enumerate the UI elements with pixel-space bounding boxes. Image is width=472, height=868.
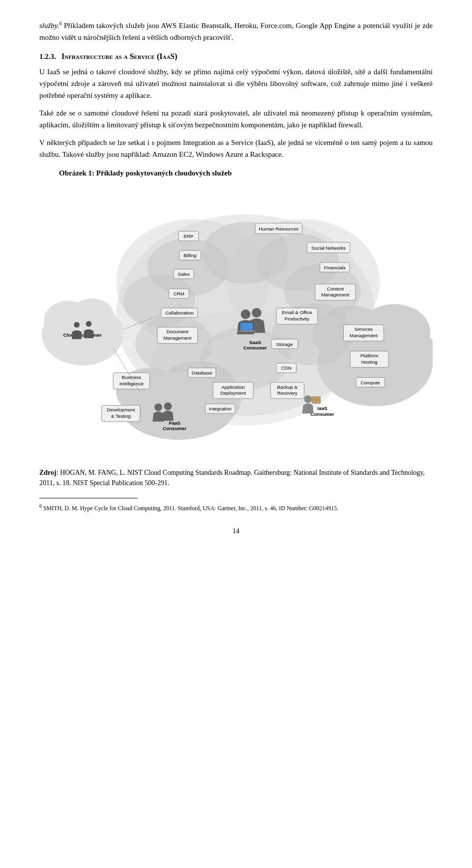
section-title: Infrastructure as a Service (IaaS) [61, 52, 177, 60]
page-number: 14 [39, 527, 433, 535]
cloud-consumer-label: Cloud Consumer [63, 332, 102, 338]
financials-label: Financials [324, 265, 346, 270]
backup-label2: Recovery [277, 390, 297, 396]
social-networks-label: Social Networks [311, 245, 346, 251]
section-number: 1.2.3. [39, 53, 56, 60]
figure-caption: Obrázek 1: Příklady poskytovaných cloudo… [59, 169, 433, 177]
source-block: Zdroj: HOGAN, M. FANG, L. NIST Cloud Com… [39, 467, 433, 488]
svg-point-25 [123, 274, 195, 327]
cdn-label: CDN [281, 365, 292, 371]
svg-rect-28 [240, 322, 253, 331]
erp-label: ERP [183, 233, 193, 239]
paas-consumer-label: PaaS [169, 420, 180, 426]
iaas-consumer-label2: Consumer [311, 411, 334, 417]
paas-consumer-label2: Consumer [163, 426, 186, 431]
svg-point-23 [200, 327, 291, 390]
app-deploy-label2: Deployment [220, 390, 246, 396]
svg-point-49 [154, 404, 162, 411]
svg-point-54 [304, 395, 312, 403]
svg-point-8 [74, 322, 80, 328]
billing-label: Billing [183, 253, 196, 258]
platform-hosting-label: Platform [360, 353, 378, 358]
source-label: Zdroj [39, 469, 57, 476]
paragraph-1: služby.6 Příkladem takových služeb jsou … [39, 20, 433, 43]
storage-label: Storage [276, 342, 293, 347]
svg-point-9 [86, 321, 92, 327]
doc-mgmt-label2: Management [164, 335, 192, 341]
saas-consumer-label: SaaS [249, 340, 261, 345]
backup-label: Backup & [277, 384, 298, 390]
source-text: HOGAN, M. FANG, L. NIST Cloud Computing … [39, 469, 425, 487]
bi-label: Business [122, 375, 142, 380]
paragraph-3: Také zde se o samotné cloudové řešení na… [39, 107, 433, 131]
content-mgmt-label: Content [327, 286, 344, 291]
database-label: Database [192, 370, 212, 376]
app-deploy-label: Application [221, 384, 245, 390]
svg-point-27 [252, 308, 262, 318]
email-office-label: Email & Office [282, 310, 312, 315]
collaboration-label: Collaboration [165, 310, 193, 316]
dev-test-label: Development [107, 407, 135, 412]
text-slavby: služby. [39, 22, 59, 29]
svg-point-26 [241, 310, 251, 319]
services-mgmt-label2: Management [350, 333, 378, 338]
footnote-divider [39, 498, 138, 498]
crm-label: CRM [174, 291, 184, 296]
dev-test-label2: & Testing [111, 413, 131, 419]
doc-mgmt-label: Document [167, 329, 189, 334]
saas-consumer-label2: Consumer [243, 345, 267, 350]
text-1b: Příkladem takových služeb jsou AWS Elast… [39, 22, 433, 41]
footnote: 6 SMITH, D. M. Hype Cycle for Cloud Comp… [39, 502, 433, 513]
paragraph-4: V některých případech se lze setkat i s … [39, 137, 433, 160]
cloud-diagram: Cloud Consumer SaaS C [39, 182, 433, 458]
figure-container: Cloud Consumer SaaS C [39, 182, 433, 458]
bi-label2: Intelligence [119, 381, 144, 386]
section-heading: 1.2.3. Infrastructure as a Service (IaaS… [39, 52, 433, 61]
content-mgmt-label2: Management [321, 292, 349, 297]
paragraph-2: U IaaS se jedná o takové cloudové služby… [39, 66, 433, 101]
services-mgmt-label: Services [354, 326, 373, 332]
compute-label: Compute [360, 380, 380, 385]
iaas-consumer-label: IaaS [318, 405, 328, 411]
hr-label: Human Resources [259, 226, 298, 231]
svg-rect-29 [238, 330, 255, 332]
integration-label: Integration [209, 406, 232, 411]
platform-hosting-label2: Hosting [361, 359, 378, 365]
footnote-text: SMITH, D. M. Hype Cycle for Cloud Comput… [42, 505, 338, 512]
sales-label: Sales [177, 271, 190, 277]
email-office-label2: Productivity [285, 316, 310, 321]
svg-point-50 [164, 403, 172, 410]
